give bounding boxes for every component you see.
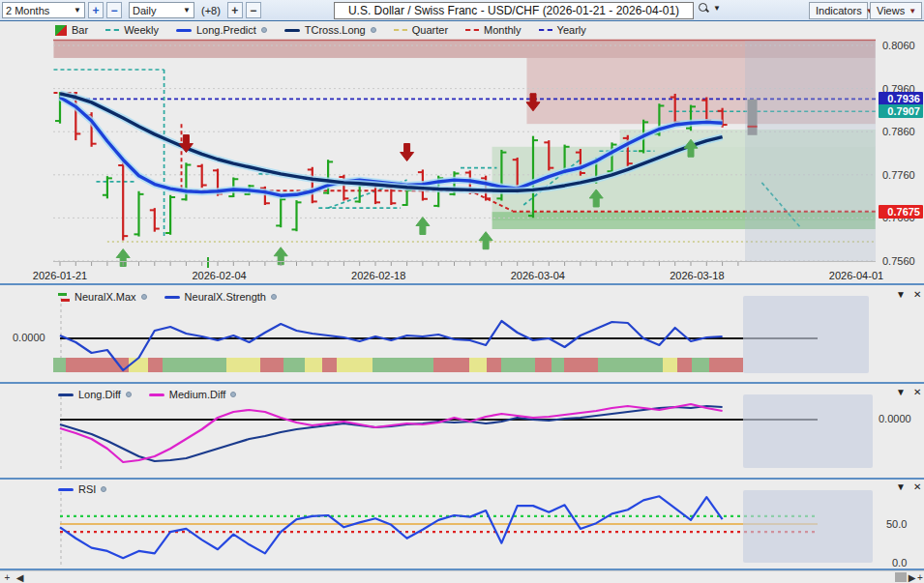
price-tick-label: 0.7860	[882, 126, 915, 137]
close-panel-icon[interactable]: ✕	[913, 481, 921, 492]
neuralx-max-segment	[469, 358, 487, 372]
scroll-add-left-button[interactable]: +	[2, 571, 13, 583]
neuralx-max-segment	[373, 358, 433, 372]
close-panel-icon[interactable]: ✕	[913, 289, 921, 300]
price-badge: 0.7936	[879, 92, 923, 105]
price-badge: 0.7675	[879, 205, 923, 219]
line-swatch-icon	[149, 394, 164, 396]
neuralx-legend-label: NeuralX.Max	[75, 291, 136, 303]
date-tick-label: 2026-03-18	[662, 270, 731, 281]
rsi-panel-legend: RSI	[58, 483, 106, 495]
neuralx-max-segment	[598, 358, 663, 372]
neuralx-legend-item[interactable]: NeuralX.Max	[58, 291, 147, 303]
neuralx-max-segment	[551, 358, 564, 372]
neuralx-max-segment	[283, 358, 305, 372]
future-overlay	[743, 394, 873, 468]
future-overlay	[743, 490, 873, 563]
neuralx-max-segment	[677, 358, 692, 372]
series-options-dot-icon[interactable]	[141, 294, 147, 300]
collapse-panel-icon[interactable]: ▼	[896, 481, 906, 492]
trading-app-window: 2 Months ▼ + − Daily ▼ (+8) + − U.S. Dol…	[0, 0, 924, 583]
neuralx-max-segment	[709, 358, 743, 372]
neuralx-max-icon	[58, 293, 70, 302]
line-swatch-icon	[58, 488, 74, 491]
neuralx-legend-label: NeuralX.Strength	[185, 291, 266, 303]
scroll-right-arrow[interactable]: ▶	[908, 571, 916, 583]
neuralx-max-segment	[564, 358, 598, 372]
series-options-dot-icon[interactable]	[101, 486, 106, 492]
panel-separator[interactable]	[0, 478, 924, 480]
price-tick-label: 0.8060	[882, 40, 915, 51]
diff-panel-legend: Long.DiffMedium.Diff	[58, 389, 236, 400]
neuralx-max-segment	[226, 358, 260, 372]
rsi-legend-label: RSI	[78, 483, 96, 495]
neuralx-legend-item[interactable]: NeuralX.Strength	[164, 291, 277, 303]
rsi-mid-label: 50.0	[886, 518, 907, 530]
diff-legend-item[interactable]: Medium.Diff	[149, 389, 236, 400]
close-panel-icon[interactable]: ✕	[913, 387, 921, 397]
date-tick-label: 2026-02-18	[343, 270, 413, 281]
rsi-legend-item[interactable]: RSI	[58, 483, 106, 495]
neuralx-max-segment	[322, 358, 337, 372]
neuralx-max-segment	[53, 358, 66, 372]
neuralx-max-segment	[487, 358, 501, 372]
series-options-dot-icon[interactable]	[126, 392, 132, 397]
scroll-add-right-button[interactable]: +	[916, 571, 924, 583]
series-options-dot-icon[interactable]	[230, 392, 236, 397]
signal-arrow-up	[479, 232, 492, 249]
line-swatch-icon	[164, 296, 180, 299]
scrollbar-thumb[interactable]	[895, 572, 907, 582]
scroll-left-arrow[interactable]: ◀	[15, 571, 25, 583]
series-options-dot-icon[interactable]	[271, 294, 277, 300]
diff-legend-label: Long.Diff	[78, 389, 121, 400]
price-tick-label: 0.7560	[882, 255, 915, 267]
panel-separator[interactable]	[0, 283, 924, 285]
neuralx-max-segment	[692, 358, 709, 372]
horizontal-scrollbar[interactable]: + ◀ ▶ +	[0, 570, 924, 583]
collapse-panel-icon[interactable]: ▼	[896, 387, 906, 397]
neuralx-max-segment	[663, 358, 677, 372]
neuralx-max-segment	[501, 358, 535, 372]
rsi-bottom-label: 0.0	[892, 557, 907, 568]
future-overlay	[743, 296, 869, 373]
diff-legend-item[interactable]: Long.Diff	[58, 389, 132, 400]
price-badge: 0.7907	[879, 104, 923, 118]
future-overlay	[745, 41, 876, 261]
neuralx-max-segment	[148, 358, 163, 372]
signal-arrow-up	[416, 218, 430, 235]
date-tick-label: 2026-04-01	[821, 270, 891, 281]
diff-zero-label: 0.0000	[879, 413, 911, 424]
neuralx-panel-legend: NeuralX.MaxNeuralX.Strength	[58, 291, 277, 303]
signal-arrow-down	[401, 144, 414, 161]
collapse-panel-icon[interactable]: ▼	[896, 289, 906, 300]
diff-legend-label: Medium.Diff	[169, 389, 225, 400]
rsi-line	[60, 496, 723, 558]
date-tick-label: 2026-03-04	[503, 270, 573, 281]
price-tick-label: 0.7760	[882, 169, 915, 181]
panel-separator[interactable]	[0, 382, 924, 384]
date-tick-label: 2026-01-21	[25, 270, 95, 281]
rsi-panel-controls: ▼ ✕	[896, 481, 921, 492]
diff-panel-controls: ▼ ✕	[896, 387, 921, 397]
neuralx-max-segment	[337, 358, 373, 372]
line-swatch-icon	[58, 394, 74, 396]
neuralx-max-segment	[260, 358, 283, 372]
neuralx-max-segment	[129, 358, 148, 372]
neuralx-max-segment	[535, 358, 551, 372]
neuralx-zero-label: 0.0000	[13, 332, 45, 343]
neuralx-max-segment	[163, 358, 226, 372]
neuralx-max-segment	[433, 358, 469, 372]
date-tick-label: 2026-02-04	[185, 270, 254, 281]
neuralx-panel-controls: ▼ ✕	[896, 289, 921, 300]
neuralx-max-segment	[305, 358, 322, 372]
